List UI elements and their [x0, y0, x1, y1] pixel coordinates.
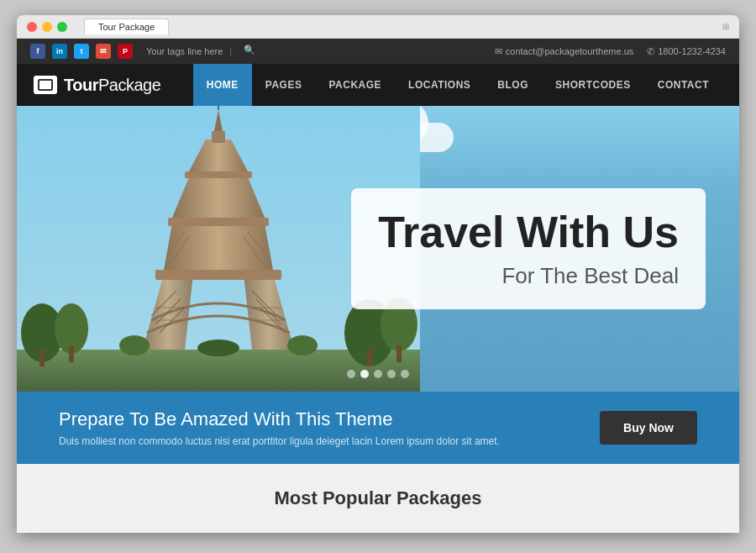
- pinterest-icon[interactable]: P: [118, 44, 133, 59]
- nav-blog[interactable]: BLOG: [484, 64, 542, 106]
- svg-rect-18: [212, 131, 225, 143]
- svg-marker-13: [164, 224, 273, 270]
- dot-1[interactable]: [347, 370, 355, 378]
- nav-locations[interactable]: LOCATIONS: [395, 64, 484, 106]
- minimize-button[interactable]: [42, 22, 52, 32]
- dot-3[interactable]: [374, 370, 382, 378]
- hero-section: Travel With Us For The Best Deal: [17, 106, 739, 392]
- nav-links: HOME PAGES PACKAGE LOCATIONS BLOG SHORTC…: [193, 64, 722, 106]
- dot-5[interactable]: [401, 370, 409, 378]
- nav-home[interactable]: HOME: [193, 64, 252, 106]
- search-icon[interactable]: 🔍: [244, 45, 257, 58]
- email-icon: ✉: [495, 46, 502, 57]
- svg-rect-16: [185, 171, 252, 178]
- maximize-button[interactable]: [57, 22, 67, 32]
- dot-4[interactable]: [387, 370, 396, 378]
- email-social-icon[interactable]: ✉: [96, 44, 111, 59]
- tagline-text: Your tags line here: [146, 46, 223, 56]
- phone-icon: ✆: [647, 46, 654, 57]
- svg-rect-14: [168, 218, 269, 226]
- phone-contact: ✆ 1800-1232-4234: [647, 46, 726, 57]
- cta-content: Prepare To Be Amazed With This Theme Dui…: [59, 408, 500, 447]
- browser-window: Tour Package ⊞ f in t ✉ P Your tags line…: [17, 15, 739, 533]
- browser-tab[interactable]: Tour Package: [84, 18, 169, 34]
- svg-rect-7: [367, 350, 372, 366]
- logo-text: TourPackage: [64, 76, 160, 95]
- packages-title: Most Popular Packages: [40, 487, 716, 509]
- packages-section: Most Popular Packages: [17, 464, 739, 533]
- nav-shortcodes[interactable]: SHORTCODES: [542, 64, 644, 106]
- logo-icon: [34, 76, 57, 94]
- contact-info: ✉ contact@packagetourtheme.us ✆ 1800-123…: [495, 46, 726, 57]
- close-button[interactable]: [27, 22, 37, 32]
- social-links: f in t ✉ P Your tags line here | 🔍: [30, 44, 257, 59]
- browser-titlebar: Tour Package ⊞: [17, 15, 739, 39]
- nav-package[interactable]: PACKAGE: [315, 64, 395, 106]
- email-contact: ✉ contact@packagetourtheme.us: [495, 46, 633, 57]
- hero-subtitle: For The Best Deal: [378, 263, 679, 289]
- main-navigation: TourPackage HOME PAGES PACKAGE LOCATIONS…: [17, 64, 739, 106]
- cta-description: Duis molliest non commodo luctus nisi er…: [59, 435, 500, 447]
- nav-pages[interactable]: PAGES: [252, 64, 316, 106]
- separator: |: [229, 46, 232, 56]
- svg-point-36: [287, 335, 318, 356]
- facebook-icon[interactable]: f: [30, 44, 45, 59]
- hero-title: Travel With Us: [378, 208, 679, 256]
- svg-point-37: [197, 340, 239, 356]
- dot-2[interactable]: [360, 370, 369, 378]
- twitter-icon[interactable]: t: [74, 44, 89, 59]
- logo[interactable]: TourPackage: [34, 76, 160, 95]
- traffic-lights: [27, 22, 67, 32]
- linkedin-icon[interactable]: in: [52, 44, 67, 59]
- cta-title: Prepare To Be Amazed With This Theme: [59, 408, 500, 430]
- slider-dots: [347, 370, 409, 378]
- cta-banner: Prepare To Be Amazed With This Theme Dui…: [17, 392, 739, 464]
- buy-now-button[interactable]: Buy Now: [600, 411, 697, 445]
- utility-bar: f in t ✉ P Your tags line here | 🔍 ✉ con…: [17, 39, 739, 64]
- svg-rect-12: [155, 270, 281, 280]
- svg-rect-5: [69, 345, 74, 362]
- hero-text-box: Travel With Us For The Best Deal: [351, 188, 706, 309]
- svg-point-35: [119, 335, 150, 356]
- svg-rect-3: [39, 350, 45, 366]
- svg-rect-9: [396, 345, 402, 362]
- resize-icon: ⊞: [722, 22, 729, 31]
- nav-contact[interactable]: CONTACT: [644, 64, 722, 106]
